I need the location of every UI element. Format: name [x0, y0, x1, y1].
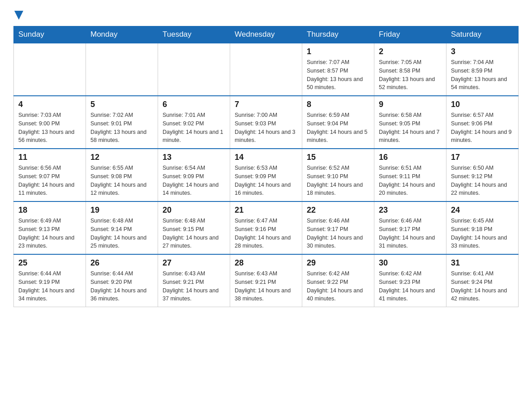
day-info: Sunrise: 7:07 AMSunset: 8:57 PMDaylight:…	[307, 58, 369, 92]
day-info: Sunrise: 6:59 AMSunset: 9:04 PMDaylight:…	[307, 111, 369, 145]
day-number: 19	[90, 206, 153, 215]
day-number: 7	[235, 100, 297, 109]
week-row-3: 11Sunrise: 6:56 AMSunset: 9:07 PMDayligh…	[14, 149, 519, 201]
logo-icon	[13, 9, 23, 21]
logo	[13, 9, 23, 21]
week-row-5: 25Sunrise: 6:44 AMSunset: 9:19 PMDayligh…	[14, 254, 519, 307]
calendar-cell	[86, 43, 158, 96]
day-info: Sunrise: 6:48 AMSunset: 9:15 PMDaylight:…	[163, 217, 225, 250]
day-number: 27	[163, 258, 225, 268]
day-info: Sunrise: 6:49 AMSunset: 9:13 PMDaylight:…	[18, 217, 81, 250]
day-number: 31	[451, 258, 514, 268]
calendar-cell: 11Sunrise: 6:56 AMSunset: 9:07 PMDayligh…	[14, 149, 86, 201]
day-info: Sunrise: 6:54 AMSunset: 9:09 PMDaylight:…	[163, 164, 225, 197]
calendar-cell	[230, 43, 302, 96]
calendar-cell	[14, 43, 86, 96]
week-row-2: 4Sunrise: 7:03 AMSunset: 9:00 PMDaylight…	[14, 96, 519, 149]
day-number: 17	[451, 153, 514, 162]
calendar-cell: 18Sunrise: 6:49 AMSunset: 9:13 PMDayligh…	[14, 201, 86, 254]
calendar-cell: 7Sunrise: 7:00 AMSunset: 9:03 PMDaylight…	[230, 96, 302, 149]
calendar-cell: 8Sunrise: 6:59 AMSunset: 9:04 PMDaylight…	[302, 96, 374, 149]
day-info: Sunrise: 6:44 AMSunset: 9:19 PMDaylight:…	[18, 270, 81, 303]
day-info: Sunrise: 6:43 AMSunset: 9:21 PMDaylight:…	[163, 270, 225, 303]
calendar-cell: 3Sunrise: 7:04 AMSunset: 8:59 PMDaylight…	[446, 43, 519, 96]
day-info: Sunrise: 6:41 AMSunset: 9:24 PMDaylight:…	[451, 270, 514, 303]
day-number: 25	[18, 258, 81, 268]
calendar-cell: 30Sunrise: 6:42 AMSunset: 9:23 PMDayligh…	[374, 254, 446, 307]
calendar-cell: 17Sunrise: 6:50 AMSunset: 9:12 PMDayligh…	[446, 149, 519, 201]
day-number: 5	[90, 100, 153, 109]
calendar-cell: 5Sunrise: 7:02 AMSunset: 9:01 PMDaylight…	[86, 96, 158, 149]
calendar-cell: 12Sunrise: 6:55 AMSunset: 9:08 PMDayligh…	[86, 149, 158, 201]
weekday-header-wednesday: Wednesday	[230, 26, 302, 43]
page-header	[13, 9, 519, 21]
day-info: Sunrise: 6:46 AMSunset: 9:17 PMDaylight:…	[307, 217, 369, 250]
calendar-table: SundayMondayTuesdayWednesdayThursdayFrid…	[13, 26, 519, 307]
day-number: 14	[235, 153, 297, 162]
day-number: 22	[307, 206, 369, 215]
weekday-header-sunday: Sunday	[14, 26, 86, 43]
calendar-cell: 10Sunrise: 6:57 AMSunset: 9:06 PMDayligh…	[446, 96, 519, 149]
calendar-cell: 1Sunrise: 7:07 AMSunset: 8:57 PMDaylight…	[302, 43, 374, 96]
day-number: 24	[451, 206, 514, 215]
day-info: Sunrise: 6:42 AMSunset: 9:22 PMDaylight:…	[307, 270, 369, 303]
day-number: 21	[235, 206, 297, 215]
day-number: 8	[307, 100, 369, 109]
day-number: 9	[379, 100, 442, 109]
day-info: Sunrise: 6:58 AMSunset: 9:05 PMDaylight:…	[379, 111, 442, 145]
calendar-cell: 26Sunrise: 6:44 AMSunset: 9:20 PMDayligh…	[86, 254, 158, 307]
week-row-1: 1Sunrise: 7:07 AMSunset: 8:57 PMDaylight…	[14, 43, 519, 96]
weekday-header-monday: Monday	[86, 26, 158, 43]
weekday-header-friday: Friday	[374, 26, 446, 43]
day-info: Sunrise: 6:55 AMSunset: 9:08 PMDaylight:…	[90, 164, 153, 197]
day-info: Sunrise: 6:43 AMSunset: 9:21 PMDaylight:…	[235, 270, 297, 303]
calendar-cell: 16Sunrise: 6:51 AMSunset: 9:11 PMDayligh…	[374, 149, 446, 201]
day-number: 20	[163, 206, 225, 215]
day-info: Sunrise: 6:52 AMSunset: 9:10 PMDaylight:…	[307, 164, 369, 197]
calendar-cell: 14Sunrise: 6:53 AMSunset: 9:09 PMDayligh…	[230, 149, 302, 201]
day-info: Sunrise: 6:56 AMSunset: 9:07 PMDaylight:…	[18, 164, 81, 197]
day-info: Sunrise: 6:46 AMSunset: 9:17 PMDaylight:…	[379, 217, 442, 250]
day-info: Sunrise: 6:51 AMSunset: 9:11 PMDaylight:…	[379, 164, 442, 197]
calendar-cell: 31Sunrise: 6:41 AMSunset: 9:24 PMDayligh…	[446, 254, 519, 307]
calendar-cell: 2Sunrise: 7:05 AMSunset: 8:58 PMDaylight…	[374, 43, 446, 96]
calendar-cell: 13Sunrise: 6:54 AMSunset: 9:09 PMDayligh…	[158, 149, 230, 201]
day-number: 12	[90, 153, 153, 162]
calendar-cell: 19Sunrise: 6:48 AMSunset: 9:14 PMDayligh…	[86, 201, 158, 254]
day-info: Sunrise: 7:01 AMSunset: 9:02 PMDaylight:…	[163, 111, 225, 145]
day-info: Sunrise: 7:02 AMSunset: 9:01 PMDaylight:…	[90, 111, 153, 145]
day-info: Sunrise: 6:47 AMSunset: 9:16 PMDaylight:…	[235, 217, 297, 250]
day-number: 6	[163, 100, 225, 109]
day-number: 1	[307, 47, 369, 56]
calendar-cell: 20Sunrise: 6:48 AMSunset: 9:15 PMDayligh…	[158, 201, 230, 254]
calendar-cell: 25Sunrise: 6:44 AMSunset: 9:19 PMDayligh…	[14, 254, 86, 307]
day-number: 3	[451, 47, 514, 56]
day-info: Sunrise: 6:45 AMSunset: 9:18 PMDaylight:…	[451, 217, 514, 250]
day-info: Sunrise: 7:04 AMSunset: 8:59 PMDaylight:…	[451, 58, 514, 92]
day-info: Sunrise: 7:05 AMSunset: 8:58 PMDaylight:…	[379, 58, 442, 92]
logo-triangle-icon	[14, 11, 23, 20]
day-info: Sunrise: 6:57 AMSunset: 9:06 PMDaylight:…	[451, 111, 514, 145]
calendar-cell: 15Sunrise: 6:52 AMSunset: 9:10 PMDayligh…	[302, 149, 374, 201]
day-info: Sunrise: 7:03 AMSunset: 9:00 PMDaylight:…	[18, 111, 81, 145]
day-number: 13	[163, 153, 225, 162]
day-info: Sunrise: 6:50 AMSunset: 9:12 PMDaylight:…	[451, 164, 514, 197]
day-info: Sunrise: 6:53 AMSunset: 9:09 PMDaylight:…	[235, 164, 297, 197]
day-info: Sunrise: 6:44 AMSunset: 9:20 PMDaylight:…	[90, 270, 153, 303]
calendar-cell: 27Sunrise: 6:43 AMSunset: 9:21 PMDayligh…	[158, 254, 230, 307]
day-info: Sunrise: 7:00 AMSunset: 9:03 PMDaylight:…	[235, 111, 297, 145]
calendar-cell: 9Sunrise: 6:58 AMSunset: 9:05 PMDaylight…	[374, 96, 446, 149]
calendar-cell: 21Sunrise: 6:47 AMSunset: 9:16 PMDayligh…	[230, 201, 302, 254]
day-number: 2	[379, 47, 442, 56]
day-number: 16	[379, 153, 442, 162]
calendar-cell: 4Sunrise: 7:03 AMSunset: 9:00 PMDaylight…	[14, 96, 86, 149]
day-number: 23	[379, 206, 442, 215]
day-info: Sunrise: 6:48 AMSunset: 9:14 PMDaylight:…	[90, 217, 153, 250]
calendar-cell	[158, 43, 230, 96]
day-number: 28	[235, 258, 297, 268]
day-number: 11	[18, 153, 81, 162]
day-number: 26	[90, 258, 153, 268]
calendar-cell: 24Sunrise: 6:45 AMSunset: 9:18 PMDayligh…	[446, 201, 519, 254]
calendar-cell: 6Sunrise: 7:01 AMSunset: 9:02 PMDaylight…	[158, 96, 230, 149]
calendar-cell: 23Sunrise: 6:46 AMSunset: 9:17 PMDayligh…	[374, 201, 446, 254]
